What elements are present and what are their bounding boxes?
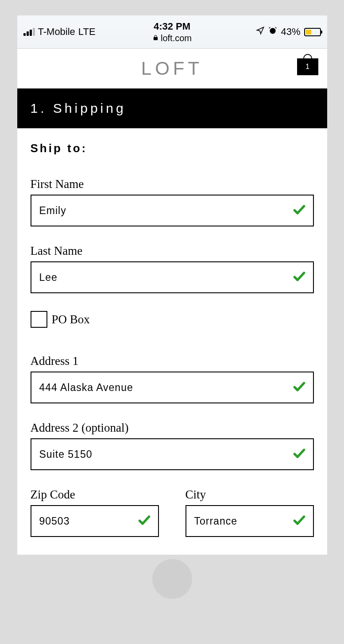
lock-icon xyxy=(152,33,158,43)
phone-frame: T-Mobile LTE 4:32 PM loft.com 43% xyxy=(17,15,327,555)
po-box-checkbox[interactable] xyxy=(31,311,47,328)
network-label: LTE xyxy=(78,26,96,38)
home-button-area xyxy=(17,555,327,603)
check-icon xyxy=(292,513,306,529)
last-name-wrapper xyxy=(31,261,314,293)
status-time: 4:32 PM xyxy=(152,21,192,32)
first-name-input[interactable] xyxy=(39,205,305,217)
site-logo[interactable]: LOFT xyxy=(141,58,203,79)
last-name-input[interactable] xyxy=(39,272,305,284)
carrier-label: T-Mobile xyxy=(38,26,75,38)
browser-url[interactable]: loft.com xyxy=(152,33,192,43)
location-arrow-icon xyxy=(256,26,265,38)
city-group: City xyxy=(186,488,314,537)
zip-group: Zip Code xyxy=(31,488,159,537)
first-name-label: First Name xyxy=(31,177,314,191)
city-label: City xyxy=(186,488,314,502)
address2-group: Address 2 (optional) xyxy=(31,421,314,470)
address1-wrapper xyxy=(31,372,314,403)
po-box-row[interactable]: PO Box xyxy=(31,311,314,328)
address1-input[interactable] xyxy=(39,382,305,394)
address2-wrapper xyxy=(31,438,314,470)
address1-label: Address 1 xyxy=(31,354,314,368)
section-header-shipping: 1. Shipping xyxy=(17,88,327,128)
city-input[interactable] xyxy=(194,515,305,527)
bag-icon: 1 xyxy=(297,58,318,75)
address2-input[interactable] xyxy=(39,448,305,460)
cart-button[interactable]: 1 xyxy=(297,58,318,75)
check-icon xyxy=(137,513,151,529)
ship-to-label: Ship to: xyxy=(31,142,314,155)
check-icon xyxy=(292,203,306,218)
status-left: T-Mobile LTE xyxy=(23,26,96,38)
svg-point-0 xyxy=(270,28,276,34)
address1-group: Address 1 xyxy=(31,354,314,403)
status-bar: T-Mobile LTE 4:32 PM loft.com 43% xyxy=(17,15,327,49)
battery-icon xyxy=(304,28,321,36)
check-icon xyxy=(292,446,306,462)
alarm-icon xyxy=(268,26,277,38)
last-name-group: Last Name xyxy=(31,244,314,293)
url-text: loft.com xyxy=(161,33,192,43)
address2-label: Address 2 (optional) xyxy=(31,421,314,435)
status-right: 43% xyxy=(256,26,321,38)
zip-wrapper xyxy=(31,505,159,537)
first-name-wrapper xyxy=(31,195,314,226)
po-box-label: PO Box xyxy=(52,313,90,326)
status-center: 4:32 PM loft.com xyxy=(152,21,192,43)
site-header: LOFT 1 xyxy=(17,49,327,88)
zip-label: Zip Code xyxy=(31,488,159,502)
cart-count: 1 xyxy=(305,63,309,71)
home-button[interactable] xyxy=(152,559,192,599)
shipping-form: Ship to: First Name Last Name xyxy=(17,128,327,555)
check-icon xyxy=(292,380,306,395)
zip-city-row: Zip Code City xyxy=(31,488,314,537)
city-wrapper xyxy=(186,505,314,537)
first-name-group: First Name xyxy=(31,177,314,226)
battery-percent: 43% xyxy=(281,26,300,38)
check-icon xyxy=(292,269,306,285)
last-name-label: Last Name xyxy=(31,244,314,258)
zip-input[interactable] xyxy=(39,515,150,527)
signal-bars-icon xyxy=(23,28,35,36)
